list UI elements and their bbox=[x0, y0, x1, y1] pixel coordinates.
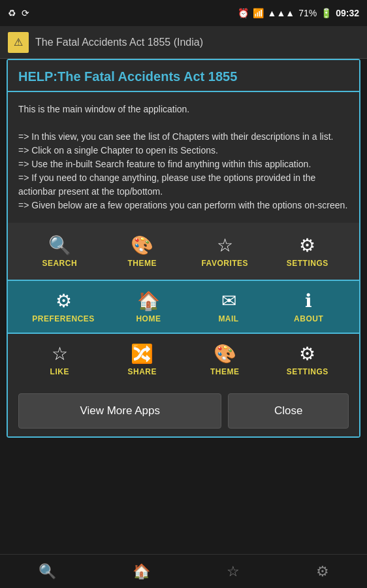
about-icon: ℹ bbox=[305, 290, 312, 312]
bottom-nav: 🔍 🏠 ☆ ⚙ bbox=[0, 554, 367, 588]
mail-label: MAIL bbox=[218, 314, 238, 323]
search-icon: 🔍 bbox=[48, 235, 71, 256]
help-dialog: HELP:The Fatal Accidents Act 1855 This i… bbox=[7, 59, 360, 438]
view-more-apps-button[interactable]: View More Apps bbox=[18, 393, 221, 429]
nav-search-icon[interactable]: 🔍 bbox=[39, 563, 56, 580]
share-icon: 🔀 bbox=[131, 343, 153, 365]
favorites-label: FAVORITES bbox=[201, 259, 248, 268]
nav-favorites-icon[interactable]: ☆ bbox=[227, 563, 240, 580]
about-label: ABOUT bbox=[294, 314, 323, 323]
app-bar-title: The Fatal Accidents Act 1855 (India) bbox=[35, 37, 203, 48]
settings-label-1: SETTINGS bbox=[287, 259, 328, 268]
status-left-icons: ♻ ⟳ bbox=[8, 8, 29, 18]
dialog-buttons: View More Apps Close bbox=[8, 385, 359, 436]
time-display: 09:32 bbox=[336, 8, 359, 18]
close-button[interactable]: Close bbox=[228, 393, 349, 429]
like-button[interactable]: ☆ LIKE bbox=[33, 343, 86, 376]
battery-text: 71% bbox=[298, 8, 317, 18]
app-bar: ⚠ The Fatal Accidents Act 1855 (India) bbox=[0, 26, 367, 59]
like-label: LIKE bbox=[50, 367, 69, 376]
status-bar: ♻ ⟳ ⏰ 📶 ▲▲▲ 71% 🔋 09:32 bbox=[0, 0, 367, 26]
nav-settings-icon[interactable]: ⚙ bbox=[316, 563, 329, 580]
dialog-content: This is the main window of the applicati… bbox=[8, 92, 359, 223]
theme-button-1[interactable]: 🎨 THEME bbox=[116, 235, 168, 268]
preferences-icon: ⚙ bbox=[56, 290, 72, 312]
icons-row-2: ⚙ PREFERENCES 🏠 HOME ✉ MAIL ℹ ABOUT bbox=[18, 285, 349, 329]
help-paragraph-5: => If you need to change anything, pleas… bbox=[18, 171, 349, 199]
theme-icon-2: 🎨 bbox=[214, 343, 236, 365]
help-paragraph-6: => Given below are a few operations you … bbox=[18, 199, 349, 212]
help-paragraph-2: => In this view, you can see the list of… bbox=[18, 130, 349, 144]
recycle-icon: ♻ bbox=[8, 8, 16, 18]
theme-icon-1: 🎨 bbox=[131, 235, 153, 256]
home-icon: 🏠 bbox=[137, 290, 160, 312]
mail-icon: ✉ bbox=[221, 290, 236, 312]
like-icon: ☆ bbox=[52, 343, 68, 365]
status-right-info: ⏰ 📶 ▲▲▲ 71% 🔋 09:32 bbox=[238, 8, 359, 18]
search-button[interactable]: 🔍 SEARCH bbox=[33, 235, 86, 268]
settings-button-2[interactable]: ⚙ SETTINGS bbox=[281, 343, 334, 376]
favorites-button[interactable]: ☆ FAVORITES bbox=[199, 235, 251, 268]
settings-icon-2: ⚙ bbox=[299, 343, 315, 365]
preferences-button[interactable]: ⚙ PREFERENCES bbox=[32, 290, 95, 323]
home-button[interactable]: 🏠 HOME bbox=[122, 290, 174, 323]
icons-row-3-section: ☆ LIKE 🔀 SHARE 🎨 THEME ⚙ SETTINGS bbox=[8, 334, 359, 385]
icons-row-2-section: ⚙ PREFERENCES 🏠 HOME ✉ MAIL ℹ ABOUT bbox=[8, 281, 359, 333]
theme-label-2: THEME bbox=[210, 367, 240, 376]
icons-row-1: 🔍 SEARCH 🎨 THEME ☆ FAVORITES ⚙ SETTINGS bbox=[18, 229, 349, 273]
theme-button-2[interactable]: 🎨 THEME bbox=[199, 343, 251, 376]
signal-icon: ▲▲▲ bbox=[268, 8, 295, 18]
settings-button-1[interactable]: ⚙ SETTINGS bbox=[281, 235, 334, 268]
theme-label-1: THEME bbox=[128, 259, 157, 268]
share-label: SHARE bbox=[127, 367, 157, 376]
wifi-icon: 📶 bbox=[253, 8, 264, 18]
battery-icon: 🔋 bbox=[321, 8, 332, 18]
help-paragraph-1: This is the main window of the applicati… bbox=[18, 103, 349, 116]
alarm-icon: ⏰ bbox=[238, 8, 249, 18]
settings-icon-1: ⚙ bbox=[299, 235, 315, 256]
help-paragraph-4: => Use the in-built Search feature to fi… bbox=[18, 157, 349, 171]
about-button[interactable]: ℹ ABOUT bbox=[283, 290, 335, 323]
share-button[interactable]: 🔀 SHARE bbox=[116, 343, 168, 376]
icons-row-3: ☆ LIKE 🔀 SHARE 🎨 THEME ⚙ SETTINGS bbox=[18, 338, 349, 382]
nav-home-icon[interactable]: 🏠 bbox=[133, 563, 150, 580]
settings-label-2: SETTINGS bbox=[287, 367, 328, 376]
dialog-title-text: HELP:The Fatal Accidents Act 1855 bbox=[18, 69, 237, 84]
dialog-title-section: HELP:The Fatal Accidents Act 1855 bbox=[8, 60, 359, 92]
help-paragraph-3: => Click on a single Chapter to open its… bbox=[18, 144, 349, 157]
app-icon: ⚠ bbox=[8, 32, 29, 53]
search-label: SEARCH bbox=[42, 259, 77, 268]
icons-row-1-section: 🔍 SEARCH 🎨 THEME ☆ FAVORITES ⚙ SETTINGS bbox=[8, 223, 359, 280]
home-label: HOME bbox=[136, 314, 161, 323]
sync-icon: ⟳ bbox=[22, 8, 29, 18]
preferences-label: PREFERENCES bbox=[32, 314, 95, 323]
favorites-icon: ☆ bbox=[217, 235, 233, 256]
mail-button[interactable]: ✉ MAIL bbox=[202, 290, 255, 323]
